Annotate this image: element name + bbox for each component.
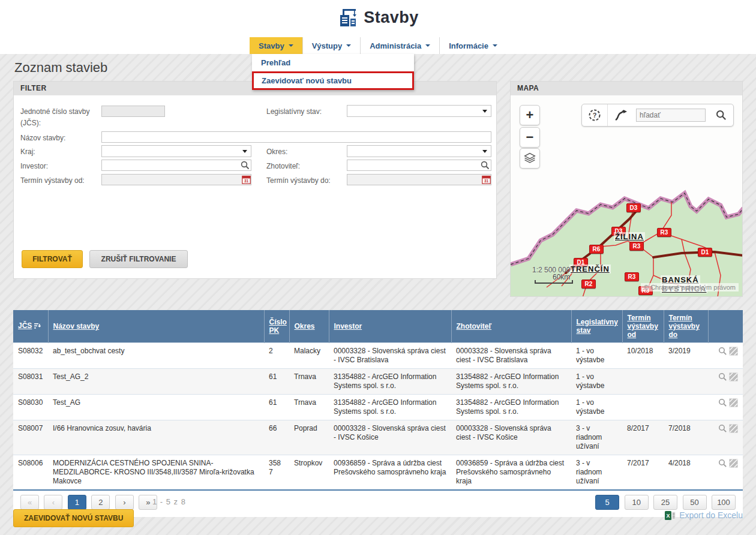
road-badge: D3 [626, 203, 641, 212]
pagination-first-button[interactable]: « [20, 495, 39, 510]
row-show-on-map-button[interactable] [729, 372, 738, 384]
main-navigation: Stavby Výstupy Administrácia Informácie [0, 37, 756, 54]
investor-input[interactable] [101, 160, 251, 171]
row-detail-button[interactable] [718, 372, 727, 384]
col-header-termin-do[interactable]: Termín výstavby do [664, 310, 708, 343]
map-panel-header: MAPA [511, 82, 742, 95]
col-header-okres[interactable]: Okres [289, 310, 329, 343]
table-row: S08031 Test_AG_2 61 Trnava 31354882 - Ar… [13, 369, 743, 395]
map-identify-button[interactable]: ? [582, 104, 607, 126]
zaevidovat-novu-stavbu-button[interactable]: ZAEVIDOVAŤ NOVÚ STAVBU [13, 509, 134, 527]
menu-item-prehlad[interactable]: Prehľad [252, 54, 414, 71]
pagination-page-1-button[interactable]: 1 [68, 495, 86, 510]
jcs-label: Jednotné číslo stavby (JČS): [20, 106, 97, 129]
legislativny-stav-select[interactable] [347, 105, 491, 117]
map-zoom-out-button[interactable]: − [520, 127, 540, 148]
svg-text:X: X [667, 513, 670, 519]
row-show-on-map-button[interactable] [729, 347, 738, 358]
magnifier-icon [718, 398, 727, 407]
nav-item-informacie[interactable]: Informácie [439, 37, 506, 54]
svg-text:31: 31 [484, 179, 489, 183]
construction-logo-icon [337, 7, 359, 28]
investor-label: Investor: [20, 161, 97, 172]
map-search-button[interactable] [709, 104, 733, 126]
zhotovitel-input[interactable] [347, 160, 491, 171]
map-route-button[interactable] [607, 104, 632, 126]
pagination-prev-button[interactable]: ‹ [44, 495, 62, 510]
excel-icon: X [665, 511, 676, 520]
results-section: JČS Názov stavby Číslo PK Okres Investor… [13, 310, 743, 517]
select-caret-icon [242, 150, 247, 153]
map-copyright: © Chránené autorským právom [641, 283, 739, 291]
col-header-investor[interactable]: Investor [329, 310, 451, 343]
export-link-label: Export do Excelu [679, 510, 743, 520]
chevron-down-icon [289, 44, 293, 47]
row-detail-button[interactable] [718, 347, 727, 358]
road-badge: R3 [625, 272, 639, 281]
okres-select[interactable] [347, 145, 491, 157]
page-size-100-button[interactable]: 100 [712, 495, 736, 510]
col-header-legislativny-stav[interactable]: Legislatívny stav [571, 310, 622, 343]
row-show-on-map-button[interactable] [729, 424, 738, 435]
search-icon[interactable] [481, 161, 490, 170]
menu-item-zaevidovat-novu-stavbu[interactable]: Zaevidovať novú stavbu [252, 71, 414, 90]
map-zoom-in-button[interactable]: + [520, 105, 540, 125]
nav-item-administracia[interactable]: Administrácia [360, 37, 439, 54]
nazov-stavby-label: Názov stavby: [20, 133, 97, 144]
export-to-excel-link[interactable]: X Export do Excelu [665, 510, 743, 520]
col-header-zhotovitel[interactable]: Zhotoviteľ [451, 310, 571, 343]
page-size-50-button[interactable]: 50 [683, 495, 707, 510]
road-badge: R6 [589, 245, 604, 254]
nav-item-stavby[interactable]: Stavby [250, 37, 302, 54]
search-icon [716, 110, 727, 121]
layers-icon [523, 152, 536, 165]
pagination-next-button[interactable]: › [115, 495, 134, 510]
jcs-input[interactable] [101, 106, 165, 117]
col-header-actions [708, 310, 743, 343]
magnifier-icon [718, 347, 727, 356]
search-icon[interactable] [241, 161, 250, 170]
page-size-25-button[interactable]: 25 [653, 495, 677, 510]
road-badge: R3 [657, 228, 671, 237]
filtrovat-button[interactable]: FILTROVAŤ [22, 250, 83, 268]
magnifier-icon [718, 424, 727, 433]
row-detail-button[interactable] [718, 398, 727, 410]
calendar-icon[interactable]: 31 [482, 175, 491, 184]
calendar-icon[interactable]: 31 [242, 175, 251, 184]
map-search-input[interactable] [636, 109, 706, 122]
kraj-select[interactable] [101, 145, 251, 157]
chevron-down-icon [493, 44, 497, 47]
page-size-5-button[interactable]: 5 [595, 495, 619, 510]
filter-panel-body: Jednotné číslo stavby (JČS): Legislatívn… [14, 95, 496, 279]
nav-item-vystupy[interactable]: Výstupy [302, 37, 361, 54]
col-header-termin-od[interactable]: Termín výstavby od [622, 310, 664, 343]
row-detail-button[interactable] [718, 459, 727, 470]
row-show-on-map-button[interactable] [729, 459, 738, 470]
table-row: S08032 ab_test_obchvat cesty 2 Malacky 0… [13, 343, 743, 369]
magnifier-icon [718, 459, 727, 468]
select-caret-icon [482, 110, 487, 113]
map-canvas[interactable]: D3 D3 R3 R3 R6 D1 D1 R3 R2 R3 ŽILINA TRE… [511, 95, 742, 296]
col-header-nazov[interactable]: Názov stavby [48, 310, 264, 343]
termin-do-label: Termín výstavby do: [266, 175, 343, 187]
page-size-selector: 5 10 25 50 100 [595, 495, 736, 510]
pagination-info: 1 - 5 z 8 [152, 497, 186, 506]
map-layers-button[interactable] [520, 148, 540, 169]
pagination-controls: « ‹ 1 2 › » [20, 495, 160, 510]
row-detail-button[interactable] [718, 424, 727, 435]
map-panel: MAPA [510, 81, 743, 297]
map-toolbar: ? [581, 104, 734, 127]
pagination-page-2-button[interactable]: 2 [91, 495, 110, 510]
nazov-stavby-input[interactable] [101, 131, 491, 143]
svg-text:?: ? [593, 112, 597, 119]
magnifier-icon [718, 372, 727, 381]
col-header-jcs[interactable]: JČS [13, 310, 48, 343]
page-size-10-button[interactable]: 10 [625, 495, 649, 510]
header: Stavby Stavby Výstupy Administrácia Info… [0, 0, 756, 54]
col-header-cislo-pk[interactable]: Číslo PK [264, 310, 289, 343]
row-show-on-map-button[interactable] [729, 398, 738, 410]
termin-od-input[interactable] [101, 174, 251, 185]
legislativny-stav-label: Legislatívny stav: [266, 106, 343, 118]
zrusit-filtrovanie-button[interactable]: ZRUŠIŤ FILTROVANIE [89, 250, 188, 268]
termin-do-input[interactable] [347, 174, 491, 185]
